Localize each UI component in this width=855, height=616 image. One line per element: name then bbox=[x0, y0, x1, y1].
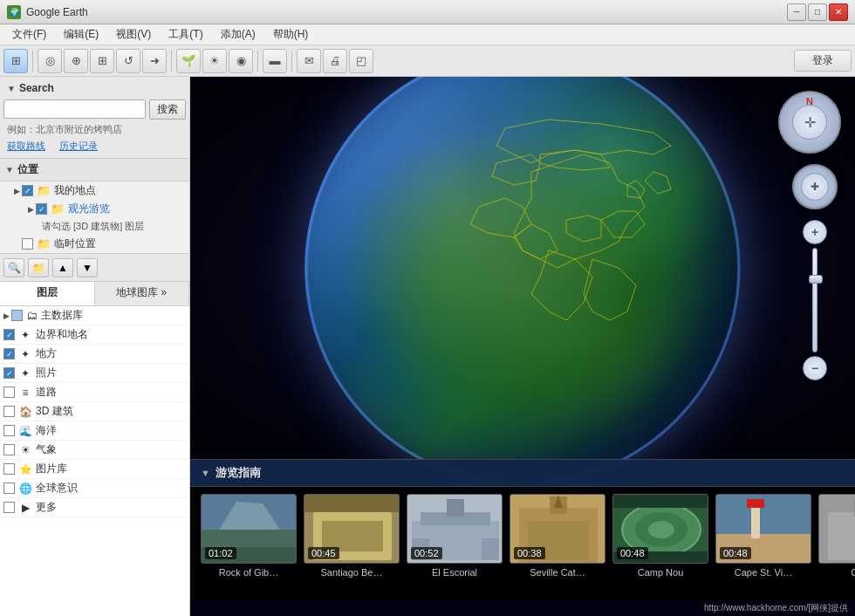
zoom-slider-thumb[interactable] bbox=[809, 275, 823, 284]
tour-header-label: 游览指南 bbox=[215, 465, 261, 481]
layer-tree[interactable]: ▶ 🗂 主数据库 ✓ ✦ 边界和地名 ✓ ✦ 地方 ✓ ✦ 照片 bbox=[0, 306, 189, 616]
layer-borders-check[interactable]: ✓ bbox=[3, 329, 15, 340]
view-save-button[interactable]: ◰ bbox=[349, 49, 373, 73]
layer-ocean-check[interactable] bbox=[3, 425, 15, 436]
layer-photos-check[interactable]: ✓ bbox=[3, 367, 15, 379]
tilt-button[interactable]: ↺ bbox=[116, 49, 140, 73]
history-link[interactable]: 历史记录 bbox=[59, 140, 98, 153]
tour-item-1[interactable]: 00:45 Santiago Be… bbox=[304, 494, 400, 578]
zoom-area-button[interactable]: ⊞ bbox=[90, 49, 114, 73]
menu-bar: 文件(F) 编辑(E) 视图(V) 工具(T) 添加(A) 帮助(H) bbox=[0, 24, 855, 45]
get-route-link[interactable]: 获取路线 bbox=[7, 140, 45, 153]
window-title: Google Earth bbox=[26, 6, 787, 18]
search-button[interactable]: 搜索 bbox=[149, 99, 186, 120]
title-bar: 🌍 Google Earth ─ □ ✕ bbox=[0, 0, 855, 24]
tour-item-5[interactable]: 00:48 Cape St. Vi… bbox=[715, 494, 811, 578]
temp-places-item[interactable]: ▶ 📁 临时位置 bbox=[0, 235, 189, 253]
my-places-check[interactable]: ✓ bbox=[22, 185, 33, 196]
layer-global[interactable]: 🌐 全球意识 bbox=[0, 479, 189, 498]
layer-main-db[interactable]: ▶ 🗂 主数据库 bbox=[0, 306, 189, 325]
positions-header[interactable]: ▼ 位置 bbox=[0, 159, 189, 181]
tour-thumb-1[interactable]: 00:45 bbox=[304, 494, 400, 564]
layer-gallery-check[interactable] bbox=[3, 463, 15, 475]
layer-ocean[interactable]: 🌊 海洋 bbox=[0, 421, 189, 441]
layer-roads-check[interactable] bbox=[3, 387, 15, 398]
layer-more-check[interactable] bbox=[3, 502, 15, 513]
my-places-item[interactable]: ▶ ✓ 📁 我的地点 bbox=[0, 181, 189, 200]
pointer-tool-button[interactable]: ◎ bbox=[38, 49, 62, 73]
tour-thumb-6[interactable] bbox=[818, 494, 855, 564]
tilt-compass[interactable]: ✚ bbox=[792, 164, 838, 209]
layer-weather[interactable]: ☀ 气象 bbox=[0, 441, 189, 460]
tour-thumb-2[interactable]: 00:52 bbox=[407, 494, 503, 564]
vegetation-button[interactable]: 🌱 bbox=[176, 49, 201, 73]
tourism-item[interactable]: ▶ ✓ 📁 观光游览 bbox=[0, 200, 189, 218]
ruler-button[interactable]: ▬ bbox=[263, 49, 287, 73]
menu-file[interactable]: 文件(F) bbox=[3, 25, 55, 44]
view-toggle-button[interactable]: ⊞ bbox=[3, 49, 28, 73]
sun-button[interactable]: ☀ bbox=[202, 49, 227, 73]
map-area[interactable]: N ✛ ✚ + − ▼ 游览指南 bbox=[190, 77, 855, 616]
tour-item-6[interactable]: Cathed bbox=[818, 494, 855, 578]
folder-layer-button[interactable]: 📁 bbox=[28, 258, 49, 277]
tourism-arrow: ▶ bbox=[28, 205, 34, 214]
layer-roads[interactable]: ≡ 道路 bbox=[0, 383, 189, 402]
search-layer-button[interactable]: 🔍 bbox=[3, 258, 24, 277]
print-button[interactable]: 🖨 bbox=[323, 49, 347, 73]
down-layer-button[interactable]: ▼ bbox=[77, 258, 98, 277]
menu-tools[interactable]: 工具(T) bbox=[160, 25, 211, 44]
tilt-center[interactable]: ✚ bbox=[801, 173, 829, 201]
zoom-in-btn[interactable]: + bbox=[803, 220, 827, 244]
layer-gallery[interactable]: ⭐ 图片库 bbox=[0, 460, 189, 479]
tab-layers[interactable]: 图层 bbox=[0, 282, 95, 305]
layer-weather-check[interactable] bbox=[3, 444, 15, 455]
compass-center[interactable]: ✛ bbox=[792, 105, 827, 140]
svg-rect-9 bbox=[304, 495, 400, 512]
email-button[interactable]: ✉ bbox=[297, 49, 321, 73]
tour-item-3[interactable]: 00:38 Seville Cat… bbox=[510, 494, 605, 578]
layer-places[interactable]: ✓ ✦ 地方 bbox=[0, 345, 189, 364]
tour-item-0[interactable]: 01:02 Rock of Gib… bbox=[201, 494, 297, 578]
zoom-out-btn[interactable]: − bbox=[803, 356, 827, 380]
menu-view[interactable]: 视图(V) bbox=[107, 25, 160, 44]
layer-more[interactable]: ▶ 更多 bbox=[0, 498, 189, 517]
menu-help[interactable]: 帮助(H) bbox=[264, 25, 318, 44]
globe[interactable] bbox=[304, 77, 741, 486]
search-section: ▼ Search 搜索 例如：北京市附近的烤鸭店 获取路线 历史记录 bbox=[0, 77, 189, 159]
layer-main-db-check[interactable] bbox=[11, 310, 23, 321]
minimize-button[interactable]: ─ bbox=[787, 3, 806, 21]
tour-thumb-5[interactable]: 00:48 bbox=[715, 494, 811, 564]
layer-3d-check[interactable] bbox=[3, 406, 15, 417]
menu-edit[interactable]: 编辑(E) bbox=[55, 25, 107, 44]
login-button[interactable]: 登录 bbox=[794, 50, 852, 72]
layer-3d-buildings[interactable]: 🏠 3D 建筑 bbox=[0, 402, 189, 421]
tour-thumb-4[interactable]: 00:48 bbox=[612, 494, 708, 564]
tour-thumb-0[interactable]: 01:02 bbox=[201, 494, 297, 564]
maximize-button[interactable]: □ bbox=[808, 3, 827, 21]
tour-header[interactable]: ▼ 游览指南 bbox=[190, 460, 855, 487]
layer-controls: 🔍 📁 ▲ ▼ bbox=[0, 254, 189, 282]
tab-gallery[interactable]: 地球图库 » bbox=[95, 282, 190, 305]
layer-places-check[interactable]: ✓ bbox=[3, 348, 15, 359]
close-button[interactable]: ✕ bbox=[829, 3, 848, 21]
temp-places-check[interactable] bbox=[22, 238, 33, 250]
zoom-in-button[interactable]: ⊕ bbox=[64, 49, 88, 73]
ocean-button[interactable]: ◉ bbox=[229, 49, 253, 73]
layer-photos[interactable]: ✓ ✦ 照片 bbox=[0, 364, 189, 383]
layer-borders[interactable]: ✓ ✦ 边界和地名 bbox=[0, 325, 189, 345]
layer-global-check[interactable] bbox=[3, 483, 15, 494]
navigate-button[interactable]: ➜ bbox=[142, 49, 167, 73]
tourism-check[interactable]: ✓ bbox=[36, 203, 47, 215]
compass-ring[interactable]: N ✛ bbox=[778, 91, 841, 154]
tour-item-2[interactable]: 00:52 El Escorial bbox=[407, 494, 503, 578]
tour-item-4[interactable]: 00:48 Camp Nou bbox=[612, 494, 708, 578]
layer-main-db-icon: 🗂 bbox=[26, 309, 38, 322]
tour-thumb-3[interactable]: 00:38 bbox=[510, 494, 605, 564]
nav-compass[interactable]: N ✛ bbox=[778, 91, 841, 154]
search-header[interactable]: ▼ Search bbox=[3, 80, 186, 96]
zoom-slider[interactable] bbox=[812, 248, 817, 352]
search-input[interactable] bbox=[3, 99, 146, 119]
globe-borders-svg bbox=[304, 77, 741, 486]
up-layer-button[interactable]: ▲ bbox=[52, 258, 73, 277]
menu-add[interactable]: 添加(A) bbox=[212, 25, 264, 44]
